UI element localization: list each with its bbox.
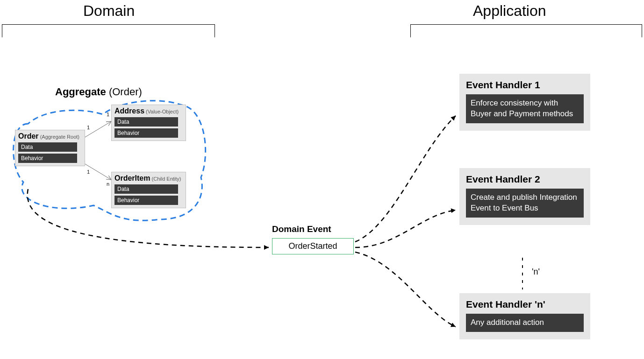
entity-order: Order (Aggregate Root) Data Behavior	[15, 130, 85, 166]
aggregate-label-light: (Order)	[106, 86, 142, 98]
entity-address-behavior: Behavior	[114, 128, 178, 138]
event-handler-1-desc: Enforce consistency with Buyer and Payme…	[466, 94, 584, 123]
mult-1c: 1	[87, 169, 90, 175]
arrow-event-to-h1	[355, 116, 456, 242]
n-label: 'n'	[532, 267, 540, 277]
rel-order-address	[84, 121, 111, 138]
entity-address: Address (Value-Object) Data Behavior	[111, 105, 186, 141]
aggregate-label-bold: Aggregate	[55, 86, 106, 98]
event-handler-n-desc: Any additional action	[466, 314, 584, 332]
event-handler-2-title: Event Handler 2	[466, 174, 584, 185]
event-handler-1: Event Handler 1 Enforce consistency with…	[459, 74, 590, 131]
entity-address-tag: (Value-Object)	[144, 109, 179, 114]
mult-1b: 1	[107, 112, 109, 117]
rel-order-orderitem	[84, 163, 111, 180]
entity-orderitem-behavior: Behavior	[114, 196, 178, 205]
entity-order-behavior: Behavior	[18, 154, 77, 163]
event-handler-2-desc: Create and publish Integration Event to …	[466, 189, 584, 218]
aggregate-label: Aggregate (Order)	[55, 86, 142, 98]
arrow-event-to-h2	[355, 210, 456, 247]
entity-order-name: Order	[18, 132, 39, 140]
domain-event-label: Domain Event	[272, 224, 331, 234]
arrow-event-to-hn	[355, 252, 456, 327]
bracket-domain	[2, 24, 215, 37]
entity-orderitem-name: OrderItem	[114, 174, 150, 182]
entity-orderitem-tag: (Child Entity)	[150, 176, 181, 182]
entity-orderitem: OrderItem (Child Entity) Data Behavior	[111, 172, 186, 208]
event-handler-2: Event Handler 2 Create and publish Integ…	[459, 168, 590, 225]
section-title-domain: Domain	[83, 2, 135, 20]
bracket-application	[410, 24, 642, 37]
section-title-application: Application	[473, 2, 546, 20]
entity-order-tag: (Aggregate Root)	[39, 134, 79, 140]
entity-address-name: Address	[114, 107, 144, 115]
event-handler-n-title: Event Handler 'n'	[466, 299, 584, 310]
domain-event-box: OrderStarted	[272, 238, 354, 254]
entity-order-data: Data	[18, 142, 77, 152]
mult-n: n	[107, 181, 109, 187]
event-handler-n: Event Handler 'n' Any additional action	[459, 293, 590, 339]
entity-orderitem-data: Data	[114, 184, 178, 194]
entity-address-data: Data	[114, 117, 178, 127]
mult-1a: 1	[87, 125, 90, 130]
event-handler-1-title: Event Handler 1	[466, 79, 584, 91]
